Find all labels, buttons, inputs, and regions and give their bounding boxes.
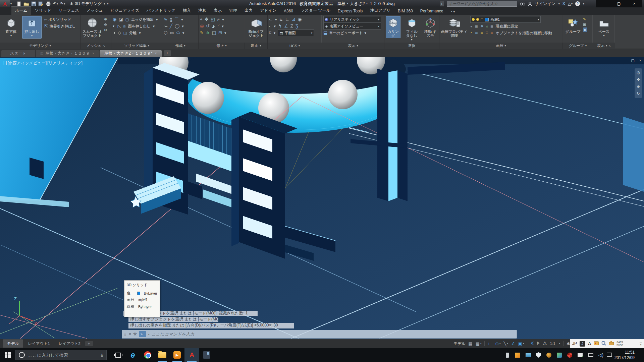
extrude-faces-button[interactable]: 面を押し出し [128,24,151,29]
media-player-button[interactable]: ▶ [170,348,184,362]
open-file-button[interactable] [23,1,29,6]
curve-icon[interactable]: ↝ [164,24,167,28]
group-selection-toggle-icon[interactable]: ➤ [583,27,587,32]
new-layout-button[interactable]: + [85,341,93,346]
panel-label-solid-editing[interactable]: ソリッド編集▾ [111,43,162,49]
layer-thaw-sun-icon[interactable] [476,18,479,21]
workspace-switcher[interactable]: ✱ 3D モデリング ▾ ▾ [70,1,108,7]
signin-dropdown-arrow-icon[interactable]: ▾ [558,2,560,5]
ribbon-tab-visualize[interactable]: ビジュアライズ [107,7,143,15]
no-filter-arrow-icon[interactable]: ▾ [411,38,413,42]
panel-label-draw[interactable]: 作成▾ [162,43,198,49]
help-icon[interactable]: ? [575,1,580,6]
ime-language-label[interactable]: JP [572,341,577,346]
ucs-origin-icon[interactable]: ◉ [298,17,302,22]
panel-launcher-arrow-icon[interactable]: ↘ [103,44,105,47]
drawing-close-icon[interactable]: × [639,58,641,63]
panel-label-selection[interactable]: 選択 [384,43,439,49]
volume-icon[interactable]: ◁) [598,352,604,358]
osnap-toggle-icon[interactable]: ▣▾ [518,341,524,346]
file-tab-roof2-active[interactable]: 屋根・大きさ2・１２０９* × [100,50,162,57]
layout-tab-model[interactable]: モデル [3,340,23,348]
defender-shield-icon[interactable] [536,352,541,358]
autocad-logo-icon[interactable]: A [0,0,10,7]
ribbon-tab-featured[interactable]: 注目アプリ [366,7,394,15]
close-button[interactable]: × [627,0,642,7]
ucs-z-icon[interactable]: ∟ [285,17,289,22]
move-gizmo-mini-icon[interactable]: ⌖ [200,17,202,22]
ribbon-tab-output[interactable]: 出力 [241,7,256,15]
line-icon[interactable]: ╱ [170,24,172,28]
usb-device-icon[interactable] [504,352,510,358]
graphics-utility-icon[interactable] [556,352,562,358]
ucs-face-icon[interactable]: Ʒ [296,24,298,28]
layer-lock-icon[interactable]: ⌸ [486,24,488,28]
ribbon-tab-raster[interactable]: ラスター ツール [297,7,334,15]
union-icon[interactable]: ◉ [113,17,116,22]
ucs-3point-icon[interactable]: ∠ [284,24,288,28]
mail-sync-icon[interactable] [577,352,583,358]
mesh-unsmooth-icon[interactable]: ⊘ [104,27,107,32]
photos-app-icon[interactable] [515,352,521,358]
taskbar-search-input[interactable] [28,353,96,358]
spline-icon[interactable]: ʓ [170,17,172,22]
ime-minimize-icon[interactable]: —▾ [640,341,642,346]
no-filter-button[interactable]: フィルタなし ▾ [403,16,420,43]
ribbon-tab-surface[interactable]: サーフェス [55,7,83,15]
mesh-refine-remove-icon[interactable]: ⊖ [104,22,107,27]
ucs-world-icon[interactable]: ⌙ [269,17,273,22]
command-line-bar[interactable]: ⣿ × ⚒ >_ ▾ [122,330,517,339]
image-viewer-icon[interactable] [525,352,531,358]
isodraft-toggle-icon[interactable]: ╲▾ [504,341,508,346]
pencil-icon[interactable]: ✎ [200,31,204,35]
file-explorer-button[interactable] [155,348,170,362]
taskbar-clock[interactable]: 11:51 2017/12/09 [614,350,635,360]
snap-toggle-icon[interactable]: ▩▾ [476,341,482,346]
subtract-icon[interactable]: ◐ [113,24,115,28]
extrude-button[interactable]: 押し出し ▾ [22,16,42,39]
ribbon-tab-insert[interactable]: 挿入 [179,7,195,15]
array-icon[interactable]: ⊞ [218,31,222,35]
network-status-icon[interactable] [588,352,593,358]
separate-button[interactable]: 分離 [129,31,137,36]
extrude-faces-arrow-icon[interactable]: ▾ [153,24,155,28]
qat-overflow-arrow-icon[interactable]: ▾ [107,2,108,5]
named-view-dropdown[interactable]: ◈ 南西アイソメビュー ▾ [323,23,381,29]
viewport-menu-control[interactable]: [-] [3,60,7,66]
signin-label[interactable]: サインイン [535,1,555,7]
copy-icon[interactable]: ◳ [212,31,216,35]
file-tab-close-icon[interactable]: × [92,52,94,55]
ribbon-tab-home[interactable]: ホーム [11,6,31,15]
layer-unlock2-icon[interactable]: ⌸ [486,31,488,35]
command-prompt-icon[interactable]: >_ [139,331,146,337]
layer-freeze-icon[interactable]: ❅ [480,24,483,28]
redo-dropdown-arrow-icon[interactable]: ▾ [64,2,65,5]
base-view-arrow-icon[interactable]: ▾ [603,34,604,38]
box-button[interactable]: 直方体 ▾ [1,16,21,39]
pinwheel-app-icon[interactable] [567,352,573,358]
ribbon-tab-parametric[interactable]: パラメトリック [143,7,179,15]
layer-off-icon[interactable]: ◒ [470,24,473,28]
set-current-layer-button[interactable]: 現在層に設定 [496,24,518,29]
presspull-button[interactable]: ⇱ 境界引き伸ばし [44,23,76,29]
culling-button[interactable]: カリング [386,16,400,38]
ucs-zaxis-icon[interactable]: Ƶ [290,24,293,28]
ribbon-tab-view[interactable]: 表示 [210,7,225,15]
mirror-icon[interactable]: ◭ [212,24,215,28]
group-button[interactable]: グループ [564,16,582,34]
layer-on-icon[interactable]: ◓ [470,31,473,35]
extrude-dropdown-arrow-icon[interactable]: ▾ [31,34,33,38]
layer-dropdown[interactable]: 画層1 ▾ [470,16,541,23]
rotate-icon[interactable]: ↺ [206,24,210,28]
layer-walk-icon[interactable]: ≣ [475,31,478,35]
ime-tools-icon[interactable] [609,341,614,346]
grid-toggle-icon[interactable]: ▦ [468,341,472,346]
show-desktop-button[interactable] [642,348,644,362]
task-view-button[interactable] [111,348,125,362]
undo-dropdown-arrow-icon[interactable]: ▾ [57,2,58,5]
intersect-icon[interactable]: ◑ [113,31,115,35]
steering-wheel-icon[interactable]: ◎ [637,70,640,75]
polar-tracking-icon[interactable]: ⊙▾ [495,341,500,346]
minimize-button[interactable]: — [596,0,611,7]
command-bar-drag-handle[interactable]: ⣿ [124,333,127,336]
